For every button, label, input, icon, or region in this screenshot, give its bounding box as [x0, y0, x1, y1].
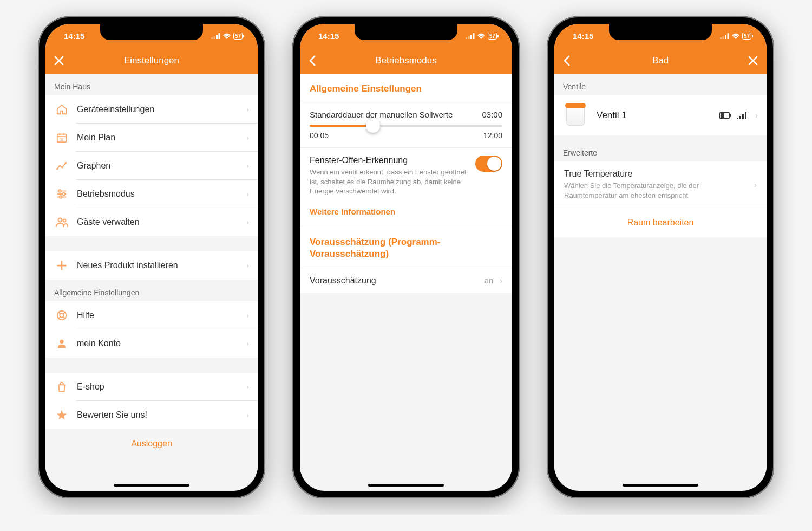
- window-detection-toggle[interactable]: [475, 156, 502, 172]
- svg-rect-31: [473, 33, 474, 39]
- back-icon[interactable]: [563, 55, 571, 66]
- forecast-value: an: [484, 276, 494, 285]
- nav-title: Betriebsmodus: [375, 55, 436, 66]
- row-rate[interactable]: Bewerten Sie uns! ›: [45, 401, 258, 429]
- home-indicator[interactable]: [623, 484, 698, 487]
- home-icon: [54, 102, 69, 117]
- phone-2: 14:15 57 Betriebsmodus Allgemeine Einste…: [292, 16, 520, 498]
- slider-max: 12:00: [483, 131, 502, 140]
- row-label: E-shop: [77, 382, 243, 392]
- users-icon: [54, 215, 69, 230]
- svg-rect-2: [216, 35, 218, 39]
- nav-bar: Bad: [554, 48, 767, 74]
- chevron-right-icon: ›: [246, 339, 249, 348]
- true-temperature-row[interactable]: True Temperature Wählen Sie die Temperat…: [554, 161, 767, 208]
- notch: [100, 24, 203, 40]
- valve-row[interactable]: Ventil 1 ›: [554, 95, 767, 135]
- row-label: mein Konto: [77, 339, 243, 348]
- nav-bar: Betriebsmodus: [300, 48, 512, 74]
- svg-rect-34: [725, 35, 726, 39]
- home-indicator[interactable]: [114, 484, 189, 487]
- more-info-link[interactable]: Weitere Informationen: [300, 204, 512, 226]
- svg-line-25: [58, 317, 61, 319]
- calendar-icon: 31: [54, 130, 69, 145]
- slider-thumb[interactable]: [366, 119, 380, 133]
- svg-text:31: 31: [60, 138, 64, 141]
- nav-title: Einstellungen: [124, 55, 179, 66]
- slider-min: 00:05: [310, 131, 329, 140]
- chevron-right-icon: ›: [246, 383, 249, 391]
- svg-point-16: [62, 193, 65, 196]
- svg-rect-33: [722, 36, 724, 39]
- row-label: Neues Produkt installieren: [77, 261, 243, 270]
- chevron-right-icon: ›: [246, 190, 249, 198]
- wifi-icon: [477, 33, 486, 39]
- svg-line-26: [63, 317, 66, 319]
- bag-icon: [54, 379, 69, 394]
- chevron-right-icon: ›: [246, 161, 249, 170]
- notch: [609, 24, 712, 40]
- row-my-plan[interactable]: 31 Mein Plan ›: [45, 124, 258, 152]
- wifi-icon: [731, 33, 740, 39]
- svg-rect-42: [745, 112, 746, 119]
- chevron-right-icon: ›: [246, 311, 249, 320]
- row-graphs[interactable]: Graphen ›: [45, 152, 258, 180]
- svg-rect-0: [211, 37, 213, 39]
- row-label: Gäste verwalten: [77, 217, 243, 227]
- battery-icon: 57: [488, 33, 497, 40]
- section-label-general: Allgemeine Einstellungen: [300, 74, 512, 101]
- svg-point-20: [63, 219, 66, 222]
- svg-line-23: [58, 312, 61, 314]
- status-time: 14:15: [64, 31, 84, 41]
- graph-icon: [54, 158, 69, 173]
- plus-icon: [54, 258, 69, 273]
- row-account[interactable]: mein Konto ›: [45, 329, 258, 358]
- row-mode[interactable]: Betriebsmodus ›: [45, 180, 258, 208]
- duration-slider[interactable]: [310, 125, 502, 127]
- slider-value: 03:00: [482, 110, 502, 119]
- close-icon[interactable]: [748, 56, 758, 66]
- svg-point-19: [58, 218, 62, 222]
- window-detection-row: Fenster-Offen-Erkennung Wenn ein ventil …: [300, 147, 512, 204]
- svg-rect-40: [739, 116, 741, 119]
- back-icon[interactable]: [309, 55, 316, 66]
- battery-icon: 57: [233, 33, 243, 40]
- row-label: Hilfe: [77, 310, 243, 320]
- cellular-icon: [720, 33, 729, 39]
- row-guests[interactable]: Gäste verwalten ›: [45, 208, 258, 236]
- edit-room-button[interactable]: Raum bearbeiten: [554, 208, 767, 237]
- chevron-right-icon: ›: [755, 111, 758, 120]
- svg-rect-30: [470, 35, 472, 39]
- svg-point-11: [61, 166, 63, 169]
- sliders-icon: [54, 186, 69, 202]
- row-device-settings[interactable]: Geräteeinstellungen ›: [45, 95, 258, 124]
- svg-rect-29: [468, 36, 469, 39]
- close-icon[interactable]: [54, 56, 64, 66]
- row-help[interactable]: Hilfe ›: [45, 301, 258, 329]
- svg-line-24: [63, 312, 66, 314]
- row-label: Graphen: [77, 161, 243, 171]
- screen: 14:15 57 Bad Ventile Ven: [554, 24, 767, 491]
- section-label-valves: Ventile: [554, 74, 767, 95]
- lifebuoy-icon: [54, 308, 69, 323]
- svg-point-22: [60, 313, 63, 317]
- svg-rect-28: [466, 37, 467, 39]
- screen: 14:15 57 Betriebsmodus Allgemeine Einste…: [300, 24, 512, 491]
- chevron-right-icon: ›: [246, 218, 249, 226]
- person-icon: [54, 336, 69, 351]
- home-indicator[interactable]: [368, 484, 444, 487]
- chevron-right-icon: ›: [246, 261, 249, 270]
- svg-rect-32: [720, 37, 722, 39]
- nav-bar: Einstellungen: [45, 48, 258, 74]
- content-area: Allgemeine Einstellungen Standarddauer d…: [300, 74, 512, 472]
- cellular-icon: [466, 33, 475, 39]
- battery-icon: 57: [742, 33, 751, 40]
- forecast-row[interactable]: Vorausschätzung an ›: [300, 268, 512, 293]
- row-eshop[interactable]: E-shop ›: [45, 373, 258, 401]
- chevron-right-icon: ›: [246, 133, 249, 142]
- forecast-label: Vorausschätzung: [310, 276, 484, 286]
- section-label-advanced: Erweiterte: [554, 135, 767, 161]
- logout-button[interactable]: Ausloggen: [45, 429, 258, 458]
- row-new-product[interactable]: Neues Produkt installieren ›: [45, 251, 258, 280]
- svg-rect-3: [218, 33, 220, 39]
